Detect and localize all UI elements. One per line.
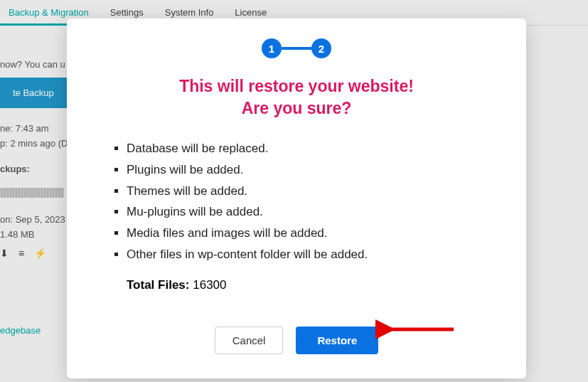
total-files: Total Files: 16300 [100, 278, 493, 292]
restore-button[interactable]: Restore [296, 327, 378, 354]
list-item: Media files and images will be added. [127, 223, 493, 244]
modal-title-line1: This will restore your website! [100, 75, 493, 97]
stepper: 1 2 [100, 38, 493, 58]
total-files-label: Total Files: [127, 278, 189, 292]
modal-title: This will restore your website! Are you … [100, 75, 493, 120]
list-item: Themes will be added. [127, 181, 493, 202]
modal-actions: Cancel Restore [100, 327, 493, 354]
list-item: Plugins will be added. [127, 159, 493, 181]
cancel-button[interactable]: Cancel [215, 327, 284, 354]
list-item: Other files in wp-content folder will be… [127, 244, 493, 265]
modal-title-line2: Are you sure? [100, 97, 493, 120]
step-line [282, 47, 311, 50]
list-item: Mu-plugins will be added. [127, 201, 493, 223]
restore-modal: 1 2 This will restore your website! Are … [67, 18, 526, 378]
restore-items-list: Database will be replaced. Plugins will … [100, 138, 493, 265]
list-item: Database will be replaced. [127, 138, 493, 159]
step-1: 1 [262, 38, 282, 58]
step-2: 2 [311, 38, 331, 58]
total-files-value: 16300 [193, 278, 226, 292]
